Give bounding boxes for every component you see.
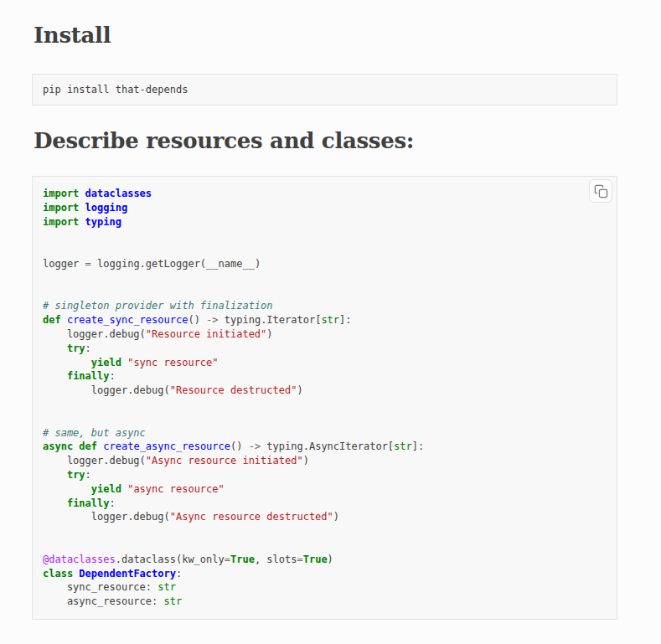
pip-install-command: pip install that-depends bbox=[43, 84, 188, 95]
main-content: Install pip install that-depends Describ… bbox=[0, 0, 661, 620]
pip-install-code-block: pip install that-depends bbox=[32, 74, 617, 106]
python-code-content: import dataclasses import logging import… bbox=[43, 188, 424, 607]
python-code-block: import dataclasses import logging import… bbox=[32, 176, 617, 620]
copy-button[interactable] bbox=[589, 179, 612, 203]
describe-heading: Describe resources and classes: bbox=[34, 129, 617, 152]
copy-icon bbox=[594, 184, 608, 198]
install-heading: Install bbox=[34, 23, 617, 47]
python-code[interactable]: import dataclasses import logging import… bbox=[33, 177, 617, 619]
pip-install-code[interactable]: pip install that-depends bbox=[33, 75, 617, 105]
